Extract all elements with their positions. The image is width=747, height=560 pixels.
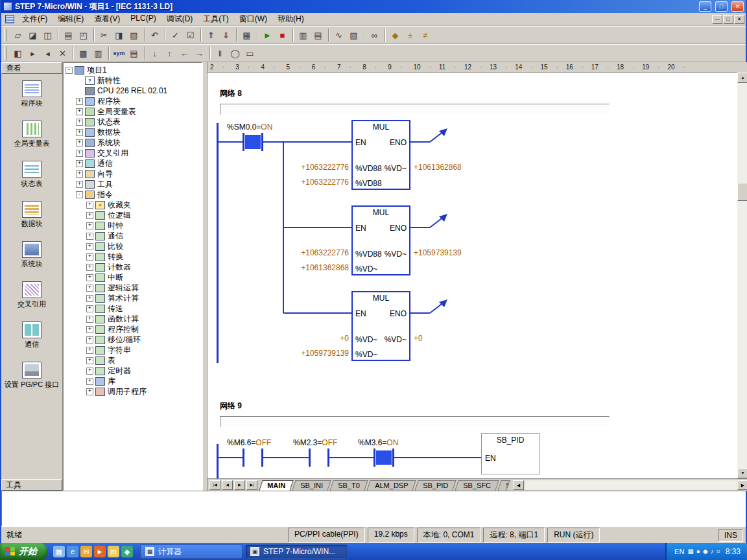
tree-expander-icon[interactable]: + (86, 357, 93, 364)
mul-instruction-block[interactable]: +1063222776 +1063222776 +1061362868 MUL … (285, 120, 499, 190)
clear-bookmarks-button[interactable]: ✕ (55, 46, 70, 61)
menu-item[interactable]: 窗口(W) (234, 12, 272, 26)
pou-tab[interactable]: MAIN (259, 480, 293, 491)
pou-tab[interactable]: SB_T0 (329, 480, 368, 491)
separator[interactable] (91, 28, 97, 43)
panel-splitter[interactable] (202, 62, 208, 491)
menu-item[interactable]: 帮助(H) (272, 12, 309, 26)
pou-tab[interactable]: SB_SFC (455, 480, 499, 491)
pou-tab[interactable]: S (497, 480, 510, 491)
tree-item[interactable]: + 程序控制 (64, 324, 202, 334)
status-chart-button[interactable]: ∿ (331, 28, 346, 43)
new-file-button[interactable]: ▱ (10, 28, 25, 43)
tree-item[interactable]: + 表 (64, 355, 202, 366)
tree-expander-icon[interactable]: + (86, 295, 93, 302)
options-button[interactable]: ▦ (239, 28, 254, 43)
tree-expander-icon[interactable]: + (86, 222, 93, 229)
unforce-value-button[interactable]: ≠ (418, 28, 433, 43)
ladder-view-button[interactable]: ▥ (296, 28, 311, 43)
tree-item[interactable]: + 算术计算 (64, 293, 202, 303)
tree-item[interactable]: + 通信 (64, 158, 202, 169)
sb-pid-subroutine-block[interactable]: SB_PID EN (481, 433, 540, 474)
run-button[interactable]: ► (260, 28, 275, 43)
tree-item[interactable]: - 项目1 (64, 65, 202, 75)
separator[interactable] (361, 28, 367, 43)
tree-item[interactable]: + 系统块 (64, 137, 202, 148)
tree-item[interactable]: CPU 226 REL 02.01 (64, 86, 202, 96)
download-button[interactable]: ⇓ (219, 28, 233, 43)
instruction-box[interactable]: MUL EN ENO %VD88 %VD~ %VD~ (351, 205, 410, 275)
minimize-button[interactable]: _ (699, 1, 711, 12)
menu-item[interactable]: 调试(D) (161, 12, 198, 26)
view-bar-item[interactable]: 程序块 (1, 76, 62, 117)
tree-item[interactable]: - 指令 (64, 189, 202, 200)
tree-expander-icon[interactable]: + (86, 264, 93, 271)
line-down-button[interactable]: ↓ (147, 46, 162, 61)
symbol-view-button[interactable]: ▤ (311, 28, 326, 43)
hscroll-right-icon[interactable]: ▶ (737, 480, 747, 490)
ladder-contact[interactable]: %M6.6=OFF (227, 438, 298, 476)
media-player-icon[interactable]: ► (94, 546, 106, 557)
program-monitor-button[interactable]: ∞ (367, 28, 382, 43)
tree-expander-icon[interactable]: + (86, 233, 93, 240)
antivirus-icon[interactable]: ● (696, 546, 700, 557)
compile-button[interactable]: ✓ (168, 28, 183, 43)
bookmark-button[interactable]: ◆ (388, 28, 403, 43)
tree-expander-icon[interactable]: + (76, 129, 83, 136)
instruction-box[interactable]: MUL EN ENO %VD88 %VD~ %VD88 (351, 120, 410, 190)
tree-expander-icon[interactable]: + (86, 253, 93, 261)
separator[interactable] (55, 28, 61, 43)
tree-expander-icon[interactable]: + (86, 326, 93, 333)
separator[interactable] (254, 28, 260, 43)
next-bookmark-button[interactable]: ▸ (25, 46, 40, 61)
insert-coil-button[interactable]: ◯ (228, 46, 243, 61)
tree-expander-icon[interactable]: + (76, 98, 83, 105)
tools-group-button[interactable]: 工具 (1, 479, 62, 491)
tree-expander-icon[interactable]: + (86, 305, 93, 312)
tree-item[interactable]: + 转换 (64, 251, 202, 262)
tree-item[interactable]: + 中断 (64, 272, 202, 283)
compile-all-button[interactable]: ☑ (183, 28, 198, 43)
tree-item[interactable]: + 状态表 (64, 117, 202, 127)
undo-button[interactable]: ↶ (147, 28, 162, 43)
line-left-button[interactable]: ← (177, 46, 192, 61)
tree-expander-icon[interactable]: + (86, 378, 93, 385)
start-button[interactable]: 开始 (0, 543, 47, 560)
pou-tab[interactable]: SB_PID (414, 480, 456, 491)
tree-expander-icon[interactable]: + (86, 368, 93, 375)
tree-item[interactable]: + 计数器 (64, 262, 202, 272)
pou-tab[interactable]: ALM_DSP (366, 480, 416, 491)
line-up-button[interactable]: ↑ (162, 46, 177, 61)
save-project-button[interactable]: ◫ (40, 28, 55, 43)
tree-item[interactable]: + 调用子程序 (64, 386, 202, 397)
tree-expander-icon[interactable]: + (76, 181, 83, 188)
app-icon[interactable] (3, 2, 12, 11)
separator[interactable] (106, 46, 112, 61)
language-indicator[interactable]: EN (674, 548, 684, 555)
tree-item[interactable]: + 工具 (64, 179, 202, 189)
tree-item[interactable]: + 函数计算 (64, 314, 202, 324)
tree-item[interactable]: + 逻辑运算 (64, 283, 202, 293)
instruction-box[interactable]: MUL EN ENO %VD~ %VD~ %VD~ (351, 291, 410, 361)
mail-icon[interactable]: ✉ (80, 546, 92, 557)
symbol-info-table-button[interactable]: ▤ (126, 46, 141, 61)
keyboard-layout-icon[interactable]: ▦ (687, 546, 693, 557)
separator[interactable] (141, 28, 147, 43)
menu-item[interactable]: 查看(V) (89, 12, 125, 26)
tree-item[interactable]: + 传送 (64, 303, 202, 314)
separator[interactable] (198, 28, 204, 43)
tree-expander-icon[interactable]: + (86, 347, 93, 354)
taskbar-task-button[interactable]: ▣ STEP 7-Micro/WIN... (245, 544, 348, 559)
prev-tab-button[interactable]: ◀ (222, 480, 233, 490)
view-bar-item[interactable]: 全局变量表 (1, 117, 62, 157)
tree-item[interactable]: 新特性 (64, 75, 202, 86)
separator[interactable] (290, 28, 296, 43)
view-bar-item[interactable]: 设置 PG/PC 接口 (1, 358, 62, 398)
app-shortcut-icon[interactable]: ◆ (121, 546, 133, 557)
view-bar-item[interactable]: 交叉引用 (1, 277, 62, 318)
tree-expander-icon[interactable]: + (76, 170, 83, 178)
separator[interactable] (233, 28, 239, 43)
first-tab-button[interactable]: |◀ (209, 480, 220, 490)
last-tab-button[interactable]: ▶| (246, 480, 257, 490)
ladder-contact[interactable]: %M2.3=OFF (293, 438, 364, 476)
